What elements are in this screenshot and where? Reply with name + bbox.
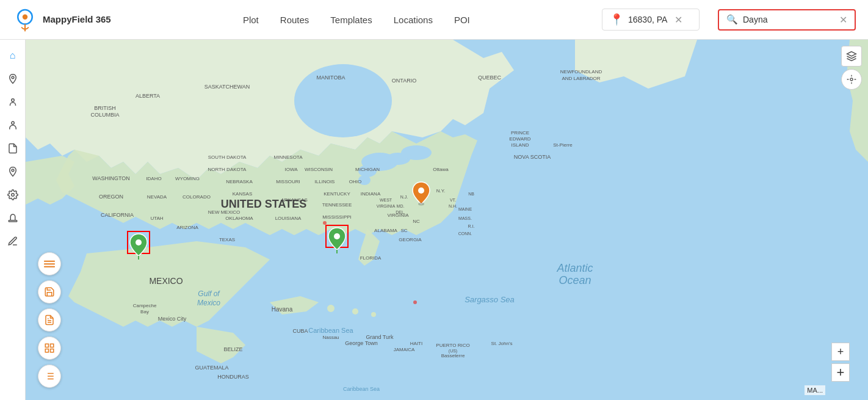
svg-text:Mexico City: Mexico City xyxy=(158,316,187,322)
svg-text:ARIZONA: ARIZONA xyxy=(176,225,198,230)
map-svg: Atlantic Ocean Gulf of Mexico Sargasso S… xyxy=(26,40,868,400)
svg-text:GUATEMALA: GUATEMALA xyxy=(195,365,229,371)
svg-text:Nassau: Nassau xyxy=(322,335,339,340)
sidebar-person[interactable] xyxy=(2,114,24,136)
zoom-out-button[interactable]: + xyxy=(831,363,850,382)
svg-text:George Town: George Town xyxy=(345,340,377,346)
sidebar-location[interactable] xyxy=(2,161,24,183)
svg-text:VT.: VT. xyxy=(450,198,456,202)
sidebar-pin[interactable] xyxy=(2,68,24,90)
svg-point-2 xyxy=(12,76,14,79)
svg-text:Bay: Bay xyxy=(140,309,149,315)
svg-point-115 xyxy=(323,221,327,225)
svg-text:ALABAMA: ALABAMA xyxy=(374,228,397,233)
nav-templates[interactable]: Templates xyxy=(330,12,372,27)
svg-text:PUERTO RICO: PUERTO RICO xyxy=(436,343,469,348)
svg-text:MANITOBA: MANITOBA xyxy=(317,75,345,81)
svg-text:OREGON: OREGON xyxy=(99,194,123,200)
svg-text:Caribbean Sea: Caribbean Sea xyxy=(308,327,353,334)
nav-poi[interactable]: POI xyxy=(454,12,470,27)
grid-button[interactable] xyxy=(38,336,61,360)
sidebar-edit[interactable] xyxy=(2,230,24,252)
svg-text:WEST: WEST xyxy=(380,198,392,202)
svg-text:HONDURAS: HONDURAS xyxy=(217,374,249,380)
save-button[interactable] xyxy=(38,280,61,304)
search-bar[interactable]: 🔍 ✕ xyxy=(718,9,856,31)
svg-text:CALIFORNIA: CALIFORNIA xyxy=(101,212,134,218)
svg-text:Caribbean Sea: Caribbean Sea xyxy=(343,386,380,392)
svg-text:R.I.: R.I. xyxy=(468,224,475,228)
svg-text:IOWA: IOWA xyxy=(284,167,298,172)
layer-toggle-button[interactable] xyxy=(841,46,862,67)
svg-text:MAINE: MAINE xyxy=(458,207,472,211)
location-clear-button[interactable]: ✕ xyxy=(675,14,682,26)
sidebar-stamp[interactable] xyxy=(2,207,24,229)
svg-text:NEW MEXICO: NEW MEXICO xyxy=(208,209,240,215)
svg-text:LOUISIANA: LOUISIANA xyxy=(275,216,302,221)
search-clear-button[interactable]: ✕ xyxy=(839,14,847,26)
svg-point-10 xyxy=(352,308,358,315)
svg-text:WASHINGTON: WASHINGTON xyxy=(92,175,130,181)
header: MappyField 365 Plot Routes Templates Loc… xyxy=(0,0,868,40)
map-layer-controls xyxy=(841,46,862,90)
svg-text:WYOMING: WYOMING xyxy=(175,176,200,181)
zoom-in-button[interactable]: + xyxy=(831,343,850,361)
map-controls-left xyxy=(38,252,61,388)
svg-text:Mexico: Mexico xyxy=(197,299,220,307)
gps-location-button[interactable] xyxy=(841,69,862,90)
map-area[interactable]: Atlantic Ocean Gulf of Mexico Sargasso S… xyxy=(26,40,868,400)
list-button[interactable] xyxy=(38,365,61,388)
location-value: 16830, PA xyxy=(628,15,667,24)
nav-locations[interactable]: Locations xyxy=(394,12,433,27)
svg-text:Ocean: Ocean xyxy=(559,274,591,286)
svg-text:N.J.: N.J. xyxy=(400,195,408,199)
sidebar-home[interactable]: ⌂ xyxy=(2,45,24,67)
location-pin-icon: 📍 xyxy=(610,13,623,26)
nav-routes[interactable]: Routes xyxy=(280,12,309,27)
sidebar-document[interactable] xyxy=(2,137,24,159)
sidebar-settings[interactable] xyxy=(2,184,24,206)
sidebar-user-location[interactable] xyxy=(2,91,24,113)
svg-rect-122 xyxy=(45,344,48,347)
svg-text:CUBA: CUBA xyxy=(292,328,308,334)
svg-rect-123 xyxy=(51,344,54,347)
svg-text:ISLAND: ISLAND xyxy=(512,142,529,148)
svg-text:SOUTH DAKOTA: SOUTH DAKOTA xyxy=(208,155,247,160)
nav-plot[interactable]: Plot xyxy=(243,12,259,27)
svg-text:ALBERTA: ALBERTA xyxy=(136,93,160,99)
logo-icon xyxy=(12,7,38,32)
svg-text:QUEBEC: QUEBEC xyxy=(478,75,502,81)
svg-text:MISSISSIPPI: MISSISSIPPI xyxy=(322,214,352,220)
svg-text:UNITED STATES: UNITED STATES xyxy=(221,198,306,210)
doc-button[interactable] xyxy=(38,308,61,332)
svg-text:NEBRASKA: NEBRASKA xyxy=(226,179,253,184)
svg-text:MEXICO: MEXICO xyxy=(149,276,183,286)
svg-point-108 xyxy=(418,203,424,206)
svg-text:SC: SC xyxy=(400,228,407,233)
svg-rect-117 xyxy=(44,261,55,262)
svg-text:BRITISH: BRITISH xyxy=(94,105,116,111)
location-bar[interactable]: 📍 16830, PA ✕ xyxy=(602,9,700,31)
svg-text:KANSAS: KANSAS xyxy=(233,191,252,197)
svg-text:MASS.: MASS. xyxy=(458,216,472,220)
menu-button[interactable] xyxy=(38,252,61,275)
svg-text:COLUMBIA: COLUMBIA xyxy=(90,112,119,118)
svg-text:NC: NC xyxy=(413,219,420,224)
svg-text:MISSOURI: MISSOURI xyxy=(276,179,300,184)
svg-text:Ottawa: Ottawa xyxy=(433,167,449,172)
svg-text:GEORGIA: GEORGIA xyxy=(399,237,422,242)
svg-point-6 xyxy=(11,194,14,197)
svg-text:IDAHO: IDAHO xyxy=(146,176,161,181)
search-input[interactable] xyxy=(743,15,834,24)
svg-point-133 xyxy=(850,78,853,81)
svg-text:MINNESOTA: MINNESOTA xyxy=(274,155,303,160)
svg-point-1 xyxy=(23,15,27,20)
svg-text:N.Y.: N.Y. xyxy=(436,188,446,194)
svg-text:DEL.: DEL. xyxy=(396,210,405,214)
logo[interactable]: MappyField 365 xyxy=(12,7,111,32)
svg-text:Havana: Havana xyxy=(272,306,293,313)
svg-text:KENTUCKY: KENTUCKY xyxy=(324,191,350,197)
svg-text:JAMAICA: JAMAICA xyxy=(394,347,415,352)
svg-text:CONN.: CONN. xyxy=(458,231,472,236)
svg-text:MICHIGAN: MICHIGAN xyxy=(355,167,380,172)
